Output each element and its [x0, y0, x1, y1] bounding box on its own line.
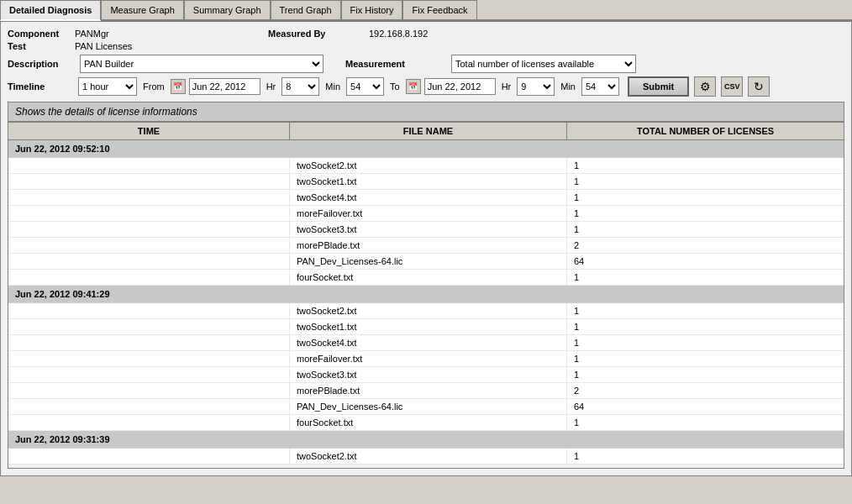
table-row: twoSocket1.txt1 [8, 174, 844, 190]
details-header: Shows the details of license information… [8, 102, 844, 122]
tab-trend-graph[interactable]: Trend Graph [271, 0, 341, 19]
cell-license-count: 1 [567, 222, 844, 237]
cell-license-count: 1 [567, 351, 844, 366]
timeline-row: Timeline 1 hour 2 hours 4 hours 8 hours … [8, 76, 844, 97]
group-header: Jun 22, 2012 09:31:39 [8, 431, 844, 449]
tab-measure-graph[interactable]: Measure Graph [101, 0, 183, 19]
cell-license-count: 1 [567, 206, 844, 221]
duration-select[interactable]: 1 hour 2 hours 4 hours 8 hours 24 hours [78, 77, 137, 96]
cell-time [8, 206, 290, 221]
cell-filename: fourSocket.txt [290, 270, 567, 285]
cell-time [8, 190, 290, 205]
measurement-select[interactable]: Total number of licenses available [451, 55, 636, 73]
from-date-input[interactable] [189, 78, 260, 95]
group-header: Jun 22, 2012 09:52:10 [8, 140, 844, 158]
cell-filename: PAN_Dev_Licenses-64.lic [290, 254, 567, 269]
refresh-icon-btn[interactable]: ↻ [748, 76, 770, 97]
submit-button[interactable]: Submit [628, 76, 689, 97]
col-time: TIME [8, 123, 290, 139]
cell-license-count: 1 [567, 158, 844, 173]
table-row: twoSocket2.txt1 [8, 449, 844, 465]
tab-fix-feedback[interactable]: Fix Feedback [402, 0, 476, 19]
cell-filename: moreFailover.txt [290, 351, 567, 366]
measured-by-label: Measured By [268, 29, 369, 39]
cell-filename: twoSocket4.txt [290, 190, 567, 205]
col-licenses: TOTAL NUMBER OF LICENSES [567, 123, 844, 139]
table-row: PAN_Dev_Licenses-64.lic64 [8, 254, 844, 270]
table-row: twoSocket3.txt1 [8, 222, 844, 238]
tab-detailed-diagnosis[interactable]: Detailed Diagnosis [0, 0, 101, 21]
cell-license-count: 1 [567, 303, 844, 318]
to-date-input[interactable] [424, 78, 496, 95]
cell-filename: twoSocket3.txt [290, 222, 567, 237]
cell-filename: twoSocket4.txt [290, 335, 567, 350]
test-label: Test [8, 41, 75, 51]
csv-icon-btn[interactable]: CSV [721, 76, 743, 97]
description-row: Description PAN Builder Measurement Tota… [8, 55, 844, 73]
cell-license-count: 1 [567, 174, 844, 189]
cell-filename: twoSocket2.txt [290, 303, 567, 318]
min-from-label: Min [325, 81, 340, 92]
table-row: fourSocket.txt1 [8, 270, 844, 286]
min-to-select[interactable]: 54 [581, 77, 619, 96]
hr-to-select[interactable]: 9 [517, 77, 555, 96]
table-row: morePBlade.txt2 [8, 383, 844, 399]
cell-license-count: 64 [567, 399, 844, 414]
measurement-label: Measurement [345, 59, 446, 69]
table-row: twoSocket3.txt1 [8, 367, 844, 383]
cell-filename: fourSocket.txt [290, 415, 567, 430]
tab-bar: Detailed DiagnosisMeasure GraphSummary G… [0, 0, 852, 21]
table-row: twoSocket4.txt1 [8, 190, 844, 206]
min-to-label: Min [560, 81, 576, 92]
cell-time [8, 174, 290, 189]
tab-summary-graph[interactable]: Summary Graph [184, 0, 271, 19]
min-from-select[interactable]: 54 [346, 77, 384, 96]
table-row: moreFailover.txt1 [8, 351, 844, 367]
group-header: Jun 22, 2012 09:41:29 [8, 286, 844, 303]
main-content: Component PANMgr Measured By 192.168.8.1… [0, 21, 852, 476]
from-label: From [143, 81, 165, 92]
cell-time [8, 399, 290, 414]
cell-time [8, 449, 290, 464]
from-calendar-icon[interactable]: 📅 [171, 79, 186, 94]
cell-filename: PAN_Dev_Licenses-64.lic [290, 399, 567, 414]
table-row: moreFailover.txt1 [8, 206, 844, 222]
data-table: TIME FILE NAME TOTAL NUMBER OF LICENSES … [8, 122, 844, 469]
cell-license-count: 1 [567, 449, 844, 464]
cell-license-count: 1 [567, 415, 844, 430]
hr-to-label: Hr [502, 81, 512, 92]
cell-filename: twoSocket2.txt [290, 158, 567, 173]
cell-time [8, 351, 290, 366]
col-filename: FILE NAME [290, 123, 567, 139]
tab-fix-history[interactable]: Fix History [341, 0, 403, 19]
cell-license-count: 2 [567, 383, 844, 398]
description-select[interactable]: PAN Builder [80, 55, 323, 73]
cell-time [8, 303, 290, 318]
component-label: Component [8, 29, 75, 39]
table-row: twoSocket2.txt1 [8, 158, 844, 174]
cell-filename: twoSocket3.txt [290, 367, 567, 382]
to-calendar-icon[interactable]: 📅 [406, 79, 421, 94]
table-row: PAN_Dev_Licenses-64.lic64 [8, 399, 844, 415]
cell-time [8, 383, 290, 398]
cell-filename: twoSocket2.txt [290, 449, 567, 464]
description-label: Description [8, 59, 75, 69]
cell-time [8, 238, 290, 253]
component-value: PANMgr [75, 29, 243, 39]
table-row: twoSocket4.txt1 [8, 335, 844, 351]
measured-by-value: 192.168.8.192 [369, 29, 428, 39]
cell-time [8, 319, 290, 334]
table-row: morePBlade.txt2 [8, 238, 844, 254]
cell-time [8, 415, 290, 430]
cell-time [8, 270, 290, 285]
cell-license-count: 1 [567, 319, 844, 334]
hr-from-select[interactable]: 8 [281, 77, 319, 96]
snapshot-icon-btn[interactable]: ⚙ [694, 76, 716, 97]
table-body[interactable]: Jun 22, 2012 09:52:10twoSocket2.txt1twoS… [8, 140, 844, 468]
cell-filename: twoSocket1.txt [290, 174, 567, 189]
cell-license-count: 64 [567, 254, 844, 269]
cell-time [8, 367, 290, 382]
cell-filename: morePBlade.txt [290, 383, 567, 398]
cell-filename: moreFailover.txt [290, 206, 567, 221]
table-row: fourSocket.txt1 [8, 415, 844, 431]
